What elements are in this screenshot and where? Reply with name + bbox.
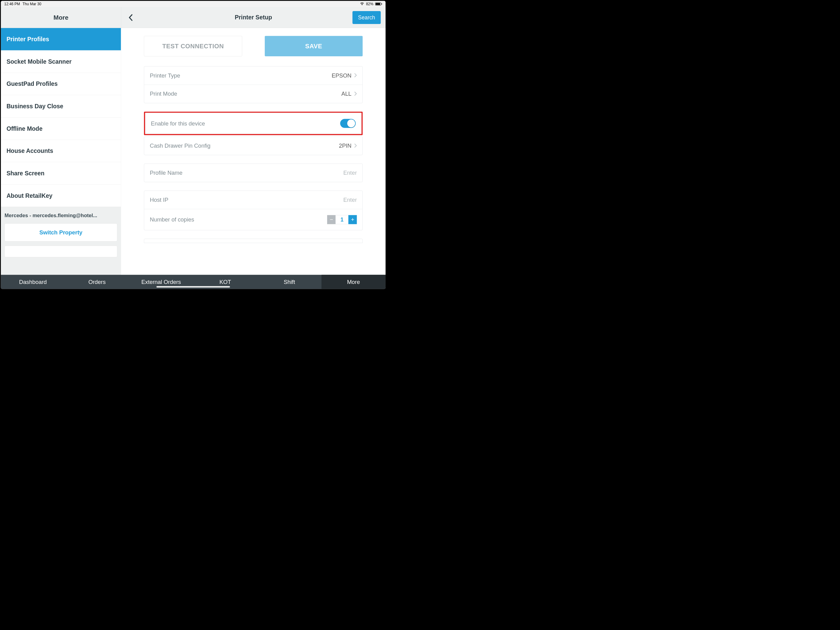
sidebar-item-label: About RetailKey (6, 192, 52, 199)
main-panel: TEST CONNECTION SAVE Printer Type EPSON … (121, 28, 385, 275)
cash-drawer-group: Cash Drawer Pin Config 2PIN (144, 136, 363, 155)
host-ip-label: Host IP (150, 196, 168, 203)
sidebar-item-guestpad-profiles[interactable]: GuestPad Profiles (1, 73, 121, 95)
copies-increment-button[interactable]: + (348, 215, 357, 224)
toggle-knob (347, 119, 355, 127)
host-ip-row[interactable]: Host IP Enter (144, 191, 363, 209)
save-button[interactable]: SAVE (265, 36, 363, 56)
sidebar-item-label: Socket Mobile Scanner (6, 58, 72, 65)
copies-row: Number of copies − 1 + (144, 209, 363, 230)
tab-label: Dashboard (19, 279, 47, 285)
battery-percent: 82% (366, 2, 373, 6)
copies-value: 1 (336, 215, 348, 224)
content-area: Printer Profiles Socket Mobile Scanner G… (1, 28, 385, 275)
enable-device-row[interactable]: Enable for this device (145, 113, 361, 134)
page-title: Printer Setup (235, 14, 272, 21)
sidebar-item-label: Business Day Close (6, 103, 63, 109)
profile-name-group: Profile Name Enter (144, 164, 363, 182)
enable-device-toggle[interactable] (340, 119, 356, 128)
action-row: TEST CONNECTION SAVE (144, 36, 363, 56)
svg-rect-2 (382, 3, 382, 5)
tab-orders[interactable]: Orders (65, 275, 129, 289)
tab-label: External Orders (141, 279, 181, 285)
copies-label: Number of copies (150, 217, 194, 223)
tab-label: Shift (284, 279, 295, 285)
tab-more[interactable]: More (321, 275, 385, 289)
search-button[interactable]: Search (352, 11, 381, 24)
tab-shift[interactable]: Shift (257, 275, 322, 289)
sidebar-footer: Mercedes - mercedes.fleming@hotel... Swi… (1, 207, 121, 275)
sidebar-extra-button[interactable] (5, 246, 117, 258)
profile-name-placeholder: Enter (343, 170, 357, 176)
switch-property-button[interactable]: Switch Property (5, 223, 117, 241)
sidebar-item-label: Printer Profiles (6, 36, 49, 43)
sidebar-item-about-retailkey[interactable]: About RetailKey (1, 185, 121, 207)
host-copies-group: Host IP Enter Number of copies − 1 + (144, 191, 363, 230)
printer-type-value: EPSON (332, 72, 351, 79)
copies-decrement-button[interactable]: − (327, 215, 336, 224)
app-screen: 12:46 PM Thu Mar 30 82% More Printer Set… (0, 0, 387, 290)
header-right: Printer Setup Search (121, 7, 385, 28)
svg-rect-1 (376, 3, 381, 5)
back-button[interactable] (126, 13, 135, 22)
chevron-right-icon (354, 143, 357, 149)
print-mode-value: ALL (341, 91, 351, 97)
sidebar-item-socket-scanner[interactable]: Socket Mobile Scanner (1, 51, 121, 73)
cash-drawer-row[interactable]: Cash Drawer Pin Config 2PIN (144, 136, 363, 155)
tab-dashboard[interactable]: Dashboard (1, 275, 65, 289)
highlighted-enable-row: Enable for this device (144, 112, 363, 135)
next-group-peek (144, 239, 363, 243)
status-bar: 12:46 PM Thu Mar 30 82% (1, 1, 385, 7)
sidebar: Printer Profiles Socket Mobile Scanner G… (1, 28, 121, 275)
host-ip-placeholder: Enter (343, 196, 357, 203)
sidebar-item-label: Offline Mode (6, 125, 43, 132)
sidebar-item-business-day-close[interactable]: Business Day Close (1, 95, 121, 117)
chevron-left-icon (128, 14, 133, 21)
sidebar-item-share-screen[interactable]: Share Screen (1, 162, 121, 185)
chevron-right-icon (354, 72, 357, 79)
printer-type-row[interactable]: Printer Type EPSON (144, 66, 363, 85)
tab-label: More (347, 279, 360, 285)
print-mode-row[interactable]: Print Mode ALL (144, 85, 363, 103)
profile-name-row[interactable]: Profile Name Enter (144, 164, 363, 182)
print-mode-label: Print Mode (150, 91, 177, 97)
sidebar-item-label: GuestPad Profiles (6, 81, 57, 87)
sidebar-item-printer-profiles[interactable]: Printer Profiles (1, 28, 121, 51)
user-email-line: Mercedes - mercedes.fleming@hotel... (5, 212, 117, 218)
test-connection-button[interactable]: TEST CONNECTION (144, 36, 242, 56)
wifi-icon (360, 2, 364, 6)
home-indicator (156, 286, 230, 288)
tab-label: KOT (219, 279, 231, 285)
sidebar-item-label: Share Screen (6, 170, 44, 177)
printer-type-label: Printer Type (150, 72, 180, 79)
chevron-right-icon (354, 91, 357, 97)
cash-drawer-label: Cash Drawer Pin Config (150, 143, 210, 149)
profile-name-label: Profile Name (150, 170, 182, 176)
cash-drawer-value: 2PIN (339, 143, 351, 149)
header-left-title: More (1, 7, 121, 28)
sidebar-item-label: House Accounts (6, 148, 53, 154)
enable-device-label: Enable for this device (151, 120, 205, 127)
sidebar-item-offline-mode[interactable]: Offline Mode (1, 117, 121, 140)
tab-label: Orders (88, 279, 106, 285)
status-time: 12:46 PM (4, 2, 20, 6)
bottom-tab-bar: Dashboard Orders External Orders KOT Shi… (1, 275, 385, 289)
copies-stepper: − 1 + (327, 215, 357, 224)
header-bar: More Printer Setup Search (1, 7, 385, 28)
status-date: Thu Mar 30 (22, 2, 41, 6)
battery-icon (375, 2, 382, 6)
sidebar-item-house-accounts[interactable]: House Accounts (1, 140, 121, 162)
printer-settings-group: Printer Type EPSON Print Mode ALL (144, 66, 363, 103)
